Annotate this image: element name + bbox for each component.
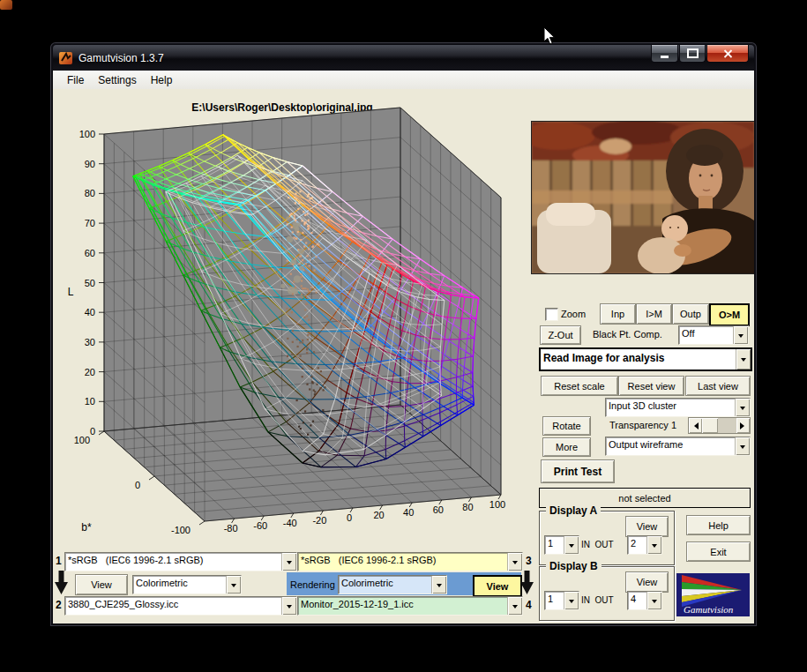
display-a-in-select[interactable]: 1 [544,535,579,555]
desktop-icon-fragment [0,0,12,10]
output-display-select[interactable]: Output wireframe [605,437,751,456]
flow-down-arrow-left-icon [55,571,68,594]
svg-text:100: 100 [489,499,505,510]
svg-text:-20: -20 [312,515,326,526]
client-area: E:\Users\Roger\Desktop\original.jpg 1009… [53,89,754,623]
gamutvision-logo: Gamutvision [676,573,750,616]
svg-text:40: 40 [85,307,95,317]
svg-text:20: 20 [373,510,384,520]
scroll-right-arrow-icon[interactable] [736,418,750,433]
inp-button[interactable]: Inp [600,303,636,325]
svg-text:-100: -100 [171,525,191,535]
dropdown-arrow-icon[interactable] [564,592,579,609]
dropdown-arrow-icon[interactable] [735,399,750,416]
reset-view-button[interactable]: Reset view [618,376,684,396]
dropdown-arrow-icon[interactable] [281,597,296,615]
desktop: { "window": { "title": "Gamutvision 1.3.… [0,0,807,672]
input-display-select[interactable]: Input 3D cluster [605,398,751,417]
minimize-button[interactable] [651,45,678,63]
dropdown-arrow-icon[interactable] [646,592,661,609]
display-a-inout-label: IN OUT [581,540,614,549]
o-m-button[interactable]: O>M [709,303,750,326]
svg-text:-40: -40 [283,518,297,528]
app-window: Gamutvision 1.3.7 File Settings Help E:\… [50,42,757,626]
intent-right-value: Colorimetric [339,576,431,594]
minimize-icon [661,56,669,58]
black-pt-comp-label: Black Pt. Comp. [593,329,662,340]
svg-text:30: 30 [85,337,95,347]
profile-2-value: 3880_CJE295_Glossy.icc [65,597,281,615]
flow-down-arrow-right-icon [520,571,534,594]
analysis-mode-select[interactable]: Read Image for analysis [539,347,752,371]
help-button[interactable]: Help [686,515,751,535]
dropdown-arrow-icon[interactable] [733,326,748,344]
dropdown-arrow-icon[interactable] [564,536,579,554]
exit-button[interactable]: Exit [686,541,751,562]
display-a-view-button[interactable]: View [625,516,669,537]
close-icon [723,49,733,58]
output-display-value: Output wireframe [606,437,735,455]
svg-text:60: 60 [85,248,95,258]
profile-3-select[interactable]: *sRGB (IEC6 1996-2.1 sRGB) [297,552,523,571]
svg-text:90: 90 [85,159,95,169]
display-b-out-select[interactable]: 4 [627,591,662,610]
intent-left-select[interactable]: Colorimetric [132,575,242,594]
display-a-title: Display A [546,504,601,517]
svg-text:80: 80 [85,188,95,198]
rotate-button[interactable]: Rotate [542,416,591,436]
dropdown-arrow-icon[interactable] [507,597,522,615]
analysis-mode-value: Read Image for analysis [541,349,736,370]
reset-scale-button[interactable]: Reset scale [541,376,618,396]
print-test-button[interactable]: Print Test [541,459,615,483]
svg-text:10: 10 [85,396,95,407]
profile-2-select[interactable]: 3880_CJE295_Glossy.icc [64,596,297,616]
scroll-left-arrow-icon[interactable] [689,418,702,433]
dropdown-arrow-icon[interactable] [735,437,750,455]
i-m-button[interactable]: I>M [636,303,672,325]
profile-4-select[interactable]: Monitor_2015-12-19_1.icc [297,596,523,616]
display-b-in-select[interactable]: 1 [544,591,579,610]
mouse-cursor [543,26,557,46]
display-b-view-button[interactable]: View [625,571,669,593]
menu-file[interactable]: File [60,72,91,88]
outp-button[interactable]: Outp [672,303,709,325]
close-button[interactable] [706,45,749,63]
z-out-button[interactable]: Z-Out [540,325,581,345]
svg-text:0: 0 [90,426,95,437]
slot-3-label: 3 [526,555,532,567]
svg-text:0: 0 [347,512,352,523]
svg-text:100: 100 [79,129,95,139]
dropdown-arrow-icon[interactable] [431,576,446,594]
title-bar[interactable]: Gamutvision 1.3.7 [53,45,754,71]
intent-right-select[interactable]: Colorimetric [338,575,447,594]
slot-2-label: 2 [56,599,62,611]
dropdown-arrow-icon[interactable] [646,536,661,554]
slot-1-label: 1 [56,555,62,567]
last-view-button[interactable]: Last view [685,376,751,396]
view-right-button[interactable]: View [473,575,522,597]
black-pt-comp-select[interactable]: Off [678,325,749,345]
window-title: Gamutvision 1.3.7 [78,52,164,64]
preview-photo [531,121,754,274]
dropdown-arrow-icon[interactable] [281,553,296,571]
display-b-out-value: 4 [628,592,646,609]
view-left-button[interactable]: View [75,574,128,595]
menu-help[interactable]: Help [144,72,180,88]
svg-text:70: 70 [85,218,95,228]
profile-1-select[interactable]: *sRGB (IEC6 1996-2.1 sRGB) [64,552,297,571]
more-button[interactable]: More [542,437,591,457]
dropdown-arrow-icon[interactable] [736,349,751,370]
scrollbar-thumb[interactable] [702,418,718,433]
gamut-3d-plot[interactable]: 1009080706050403020100-80-60-40-20020406… [53,96,529,550]
display-b-title: Display B [546,560,602,572]
profile-4-value: Monitor_2015-12-19_1.icc [298,597,507,615]
display-a-out-select[interactable]: 2 [627,535,662,555]
maximize-icon [687,49,699,58]
zoom-checkbox[interactable] [545,308,558,321]
menu-settings[interactable]: Settings [91,72,143,88]
dropdown-arrow-icon[interactable] [507,553,522,571]
dropdown-arrow-icon[interactable] [226,576,241,594]
display-a-out-value: 2 [628,536,646,554]
maximize-button[interactable] [679,45,706,63]
transparency-scrollbar[interactable] [688,417,751,434]
